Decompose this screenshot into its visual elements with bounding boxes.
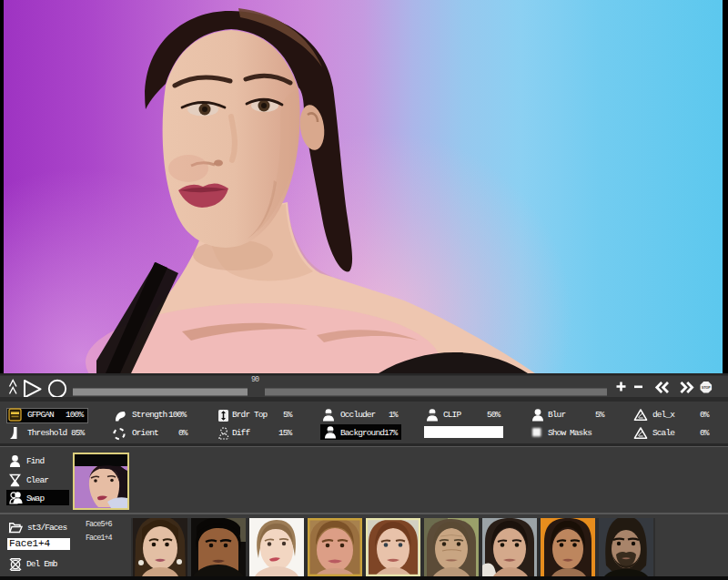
svg-text:STOP: STOP — [702, 386, 711, 390]
